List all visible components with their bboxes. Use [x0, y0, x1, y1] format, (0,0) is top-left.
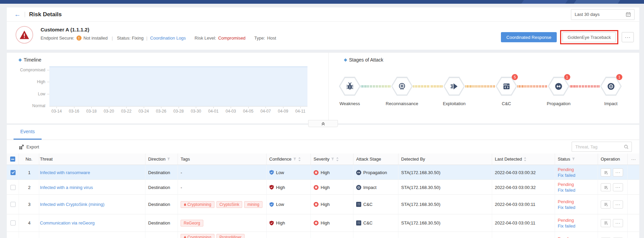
- filter-icon[interactable]: [167, 158, 170, 161]
- row-more-button[interactable]: ···: [613, 168, 623, 176]
- row-more-button[interactable]: ···: [613, 219, 623, 227]
- shield-low-icon: [269, 202, 274, 207]
- collapse-panel-button[interactable]: [308, 120, 338, 127]
- row-more-button[interactable]: ···: [613, 183, 623, 191]
- table-row: 2 Infected with a mining virus Destinati…: [7, 180, 639, 195]
- log-button[interactable]: [601, 200, 611, 209]
- tag-pill: ReGeorg: [181, 220, 203, 227]
- risk-level-label: Risk Level:: [194, 35, 216, 41]
- log-icon: [604, 202, 608, 207]
- sort-icon[interactable]: [298, 157, 301, 161]
- sort-icon[interactable]: [524, 157, 527, 161]
- severity-high-icon: [314, 220, 319, 225]
- date-range-select[interactable]: Last 30 days: [571, 9, 635, 20]
- customer-summary-row: Customer A (1.1.1.2) Endpoint Secure: ! …: [7, 22, 639, 50]
- row-more-button[interactable]: ···: [613, 200, 623, 209]
- severity-high-icon: [314, 185, 319, 190]
- stage-badge-count: 5: [512, 74, 518, 80]
- stage-weakness: Weakness: [339, 77, 361, 96]
- severity-high-icon: [314, 170, 319, 175]
- col-attack-stage: Attack Stage: [353, 153, 398, 165]
- timeline-title-row: Timeline: [19, 57, 328, 63]
- status-pending: Pending: [558, 167, 574, 172]
- back-icon[interactable]: ←: [14, 11, 21, 18]
- row-checkbox[interactable]: [10, 220, 16, 225]
- fix-failed-link[interactable]: Fix failed: [558, 173, 575, 178]
- confidence-value: High: [276, 220, 285, 225]
- direction-value: Destination: [148, 220, 170, 225]
- table-row: 5 Infected with ProtonMiner (mining) Des…: [7, 232, 639, 238]
- risk-details-header-card: ← Risk Details Last 30 days Customer A (…: [7, 7, 639, 50]
- log-icon: [604, 221, 608, 225]
- attack-stage-value: C&C: [363, 202, 372, 207]
- col-threat: Threat: [39, 153, 145, 165]
- direction-value: Destination: [148, 170, 170, 175]
- cc-icon: [356, 202, 361, 207]
- events-toolbar: Export: [7, 140, 639, 153]
- timeline-area-plot: Compromised High Low Normal: [49, 67, 307, 106]
- search-box: [572, 142, 632, 152]
- coordination-logs-link[interactable]: Coordination Logs: [150, 35, 186, 41]
- table-row: 4 Communication via reGeorg Destination …: [7, 214, 639, 232]
- fix-failed-link[interactable]: Fix failed: [558, 205, 575, 210]
- meta-separator: |: [146, 35, 147, 41]
- export-button[interactable]: Export: [19, 144, 39, 149]
- endpoint-secure-value: Not installed: [84, 35, 108, 41]
- severity-value: High: [321, 220, 330, 225]
- coordinated-response-button[interactable]: Coordinated Response: [501, 32, 557, 42]
- sort-icon[interactable]: [336, 157, 339, 161]
- last-detected-value: 2022-04-03 03:00:32: [495, 170, 536, 175]
- risk-avatar: [16, 26, 33, 44]
- filter-icon[interactable]: [331, 158, 334, 161]
- fix-failed-link[interactable]: Fix failed: [558, 188, 575, 193]
- topbar-accent: [521, 0, 568, 4]
- tags-empty: -: [181, 170, 182, 175]
- left-right-arrow-icon: [554, 82, 563, 91]
- tag-pill: Cryptomining: [181, 234, 214, 238]
- search-icon[interactable]: [624, 144, 629, 149]
- filter-icon[interactable]: [572, 158, 575, 161]
- endpoint-secure-label: Endpoint Secure:: [41, 35, 74, 41]
- stages-title: Stages of Attack: [349, 57, 383, 63]
- stage-connector: [361, 85, 391, 88]
- log-button[interactable]: [601, 183, 611, 191]
- row-checkbox[interactable]: [10, 170, 16, 175]
- timeline-panel: Timeline Compromised High Low Normal 03-…: [7, 53, 329, 123]
- threat-link[interactable]: Infected with CryptoSink (mining): [40, 202, 105, 207]
- fix-failed-link[interactable]: Fix failed: [558, 223, 575, 229]
- shield-high-icon: [269, 185, 274, 190]
- x-tick: 03-14: [51, 107, 62, 114]
- row-no: 2: [28, 185, 30, 190]
- diamond-icon: [19, 58, 22, 62]
- row-checkbox[interactable]: [10, 202, 16, 207]
- x-tick: 04-05: [243, 107, 254, 114]
- detected-by-value: STA(172.168.30.50): [401, 170, 440, 175]
- attack-stage-flow: Weakness Reconnaissance Exploitation: [339, 77, 622, 96]
- col-operation: Operation: [598, 153, 628, 165]
- stage-exploitation: Exploitation: [443, 77, 465, 96]
- column-settings-button[interactable]: ···: [631, 157, 636, 162]
- log-button[interactable]: [601, 168, 611, 176]
- stage-connector: [518, 85, 547, 88]
- select-all-checkbox[interactable]: [10, 157, 15, 162]
- goldeneye-traceback-button[interactable]: GoldenEye Traceback: [562, 32, 616, 42]
- impact-icon: [356, 185, 361, 190]
- severity-high-icon: [314, 202, 319, 207]
- filter-icon[interactable]: [293, 158, 296, 161]
- threat-link[interactable]: Communication via reGeorg: [40, 220, 95, 225]
- more-actions-button[interactable]: ···: [622, 32, 634, 42]
- scope-icon: [397, 82, 407, 91]
- threat-link[interactable]: Infected with a mining virus: [40, 185, 93, 190]
- events-card: Events Export No. Threat Direction Tags …: [7, 125, 639, 238]
- row-checkbox[interactable]: [10, 185, 16, 190]
- export-icon: [19, 144, 24, 149]
- x-tick: 04-01: [208, 107, 219, 114]
- events-table-header: No. Threat Direction Tags Confidence Sev…: [7, 153, 639, 165]
- tab-events[interactable]: Events: [14, 129, 42, 140]
- code-window-icon: [502, 82, 511, 91]
- tags-empty: -: [181, 185, 182, 190]
- search-input[interactable]: [575, 144, 624, 149]
- log-button[interactable]: [601, 219, 611, 227]
- threat-link[interactable]: Infected with ransomware: [40, 170, 90, 175]
- y-label-high: High: [37, 79, 45, 84]
